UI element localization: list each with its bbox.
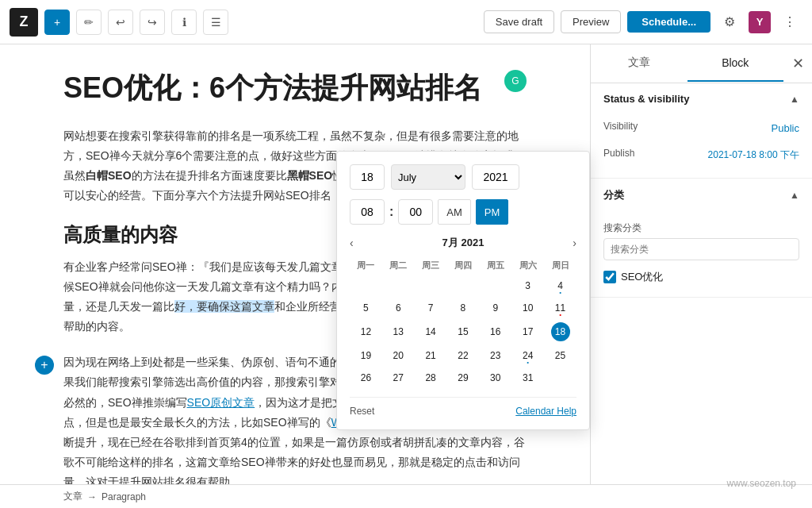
cal-day-4[interactable]: 4 — [544, 275, 576, 297]
cal-day-6[interactable]: 6 — [382, 297, 415, 319]
tools-button[interactable]: ☰ — [203, 10, 228, 35]
calendar-week-3: 12 13 14 15 16 17 18 — [350, 319, 576, 344]
category-section: 分类 ▲ 搜索分类 SEO优化 — [591, 179, 812, 298]
cal-day-29[interactable]: 29 — [447, 367, 480, 389]
search-category-input[interactable] — [603, 238, 799, 260]
pm-button[interactable]: PM — [476, 199, 509, 225]
breadcrumb-separator: → — [87, 491, 97, 502]
pencil-button[interactable]: ✏ — [76, 10, 102, 35]
publish-value[interactable]: 2021-07-18 8:00 下午 — [708, 148, 799, 162]
breadcrumb-article: 文章 — [63, 490, 82, 503]
info-button[interactable]: ℹ — [171, 10, 197, 35]
cal-day-30[interactable]: 30 — [479, 367, 511, 389]
inline-add-block-button[interactable]: + — [35, 356, 54, 375]
calendar-month-title: 7月 2021 — [442, 236, 485, 250]
month-select[interactable]: JanuaryFebruaryMarchApril MayJuneJulyAug… — [391, 164, 465, 190]
next-month-button[interactable]: › — [573, 237, 576, 249]
cal-day-9[interactable]: 9 — [479, 297, 511, 319]
calendar-help-button[interactable]: Calendar Help — [515, 406, 576, 417]
save-draft-button[interactable]: Save draft — [484, 10, 554, 33]
publish-row: Publish 2021-07-18 8:00 下午 — [591, 141, 812, 168]
sidebar-close-button[interactable]: ✕ — [783, 49, 812, 78]
cal-day-8[interactable]: 8 — [447, 297, 480, 319]
redo-button[interactable]: ↪ — [140, 10, 165, 35]
category-title: 分类 — [603, 188, 624, 202]
cal-day-empty — [447, 275, 480, 297]
sidebar: 文章 Block ✕ Status & visibility ▲ Visibil… — [590, 44, 812, 508]
yoast-button[interactable]: Y — [749, 11, 771, 33]
add-block-button[interactable]: + — [44, 10, 70, 35]
status-visibility-header[interactable]: Status & visibility ▲ — [591, 83, 812, 114]
cal-day-empty — [382, 275, 415, 297]
cal-day-15[interactable]: 15 — [447, 319, 480, 344]
more-options-button[interactable]: ⋮ — [777, 10, 802, 35]
category-label-seo: SEO优化 — [621, 270, 663, 284]
category-header[interactable]: 分类 ▲ — [591, 179, 812, 212]
cal-day-5[interactable]: 5 — [350, 297, 382, 319]
cal-day-23[interactable]: 23 — [479, 344, 511, 367]
cal-day-31[interactable]: 31 — [511, 367, 544, 389]
preview-button[interactable]: Preview — [561, 10, 621, 33]
cal-day-20[interactable]: 20 — [382, 344, 415, 367]
cal-day-empty — [415, 275, 447, 297]
weekday-tue: 周二 — [382, 256, 415, 275]
cal-day-19[interactable]: 19 — [350, 344, 382, 367]
prev-month-button[interactable]: ‹ — [350, 237, 354, 249]
cal-day-11[interactable]: 11 — [544, 297, 576, 319]
calendar-week-1: 3 4 — [350, 275, 576, 297]
publish-label: Publish — [603, 148, 634, 159]
time-separator: : — [389, 205, 393, 219]
tab-block[interactable]: Block — [688, 45, 784, 82]
post-title[interactable]: SEO优化：6个方法提升网站排名 — [63, 70, 482, 107]
status-visibility-section: Status & visibility ▲ Visibility Public … — [591, 83, 812, 179]
visibility-label: Visibility — [603, 121, 638, 132]
today-indicator: 18 — [551, 322, 570, 341]
cal-day-12[interactable]: 12 — [350, 319, 382, 344]
cal-day-10[interactable]: 10 — [511, 297, 544, 319]
cal-day-14[interactable]: 14 — [415, 319, 447, 344]
grammarly-button[interactable]: G — [504, 70, 527, 92]
cal-day-13[interactable]: 13 — [382, 319, 415, 344]
calendar-month-header: ‹ 7月 2021 › — [350, 236, 576, 250]
cal-day-27[interactable]: 27 — [382, 367, 415, 389]
category-checkbox-seo[interactable] — [603, 271, 616, 283]
cal-day-26[interactable]: 26 — [350, 367, 382, 389]
cal-day-28[interactable]: 28 — [415, 367, 447, 389]
category-content: 搜索分类 SEO优化 — [591, 212, 812, 297]
weekday-sun: 周日 — [544, 256, 576, 275]
category-checkbox-row: SEO优化 — [603, 267, 799, 287]
schedule-button[interactable]: Schedule... — [627, 11, 710, 33]
sidebar-content: Status & visibility ▲ Visibility Public … — [591, 83, 812, 508]
visibility-value[interactable]: Public — [772, 122, 799, 134]
cal-day-22[interactable]: 22 — [447, 344, 480, 367]
settings-button[interactable]: ⚙ — [717, 10, 742, 35]
hour-input[interactable] — [350, 199, 385, 225]
reset-button[interactable]: Reset — [350, 406, 374, 417]
undo-button[interactable]: ↩ — [108, 10, 133, 35]
minute-input[interactable] — [398, 199, 433, 225]
search-category-label: 搜索分类 — [603, 221, 799, 235]
breadcrumb-bar: 文章 → Paragraph — [0, 484, 812, 508]
collapse-icon: ▲ — [790, 94, 799, 105]
cal-day-7[interactable]: 7 — [415, 297, 447, 319]
weekday-fri: 周五 — [479, 256, 511, 275]
cal-day-empty — [350, 275, 382, 297]
calendar-week-5: 26 27 28 29 30 31 — [350, 367, 576, 389]
am-button[interactable]: AM — [438, 199, 471, 225]
cal-day-3[interactable]: 3 — [511, 275, 544, 297]
cal-day-21[interactable]: 21 — [415, 344, 447, 367]
toolbar: Z + ✏ ↩ ↪ ℹ ☰ Save draft Preview Schedul… — [0, 0, 812, 44]
cal-day-17[interactable]: 17 — [511, 319, 544, 344]
calendar-footer: Reset Calendar Help — [350, 397, 576, 417]
status-visibility-title: Status & visibility — [603, 93, 689, 105]
cal-day-24[interactable]: 24 — [511, 344, 544, 367]
day-input[interactable] — [350, 164, 385, 190]
cal-day-16[interactable]: 16 — [479, 319, 511, 344]
app-logo: Z — [10, 8, 38, 37]
year-input[interactable] — [472, 164, 519, 190]
cal-day-25[interactable]: 25 — [544, 344, 576, 367]
tab-article[interactable]: 文章 — [591, 44, 688, 83]
cal-day-18-today[interactable]: 18 — [544, 319, 576, 344]
sidebar-tabs: 文章 Block ✕ — [591, 44, 812, 83]
calendar-week-4: 19 20 21 22 23 24 25 — [350, 344, 576, 367]
